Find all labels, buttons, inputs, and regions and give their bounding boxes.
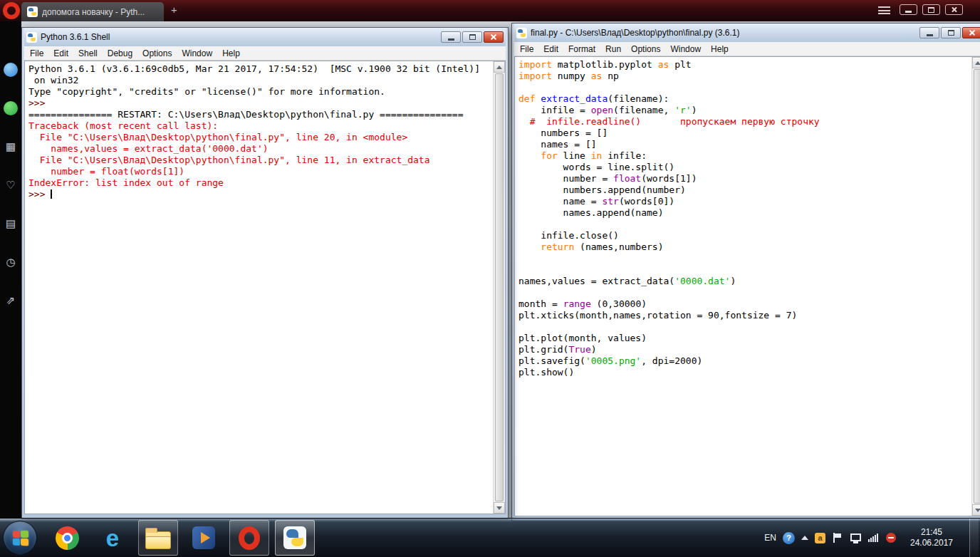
line: # infile.readline() пропускаем первую ст… — [518, 116, 971, 127]
opera-logo-icon[interactable] — [3, 2, 20, 19]
menu-options[interactable]: Options — [137, 47, 177, 60]
help-tray-icon[interactable]: ? — [783, 532, 795, 544]
editor-menubar: File Edit Format Run Options Window Help — [514, 42, 980, 56]
taskbar-explorer-button[interactable] — [138, 520, 178, 556]
editor-titlebar[interactable]: final.py - C:\Users\Влад\Desktop\python\… — [514, 24, 980, 42]
line: >>> — [28, 98, 493, 109]
scroll-up-button[interactable] — [494, 61, 505, 73]
line: File "C:\Users\Влад\Desktop\python\final… — [28, 132, 493, 143]
editor-minimize-button[interactable] — [919, 27, 939, 38]
idle-app-icon — [26, 32, 37, 43]
line: infile.close() — [518, 230, 971, 241]
arrow-down-icon — [496, 506, 502, 510]
action-center-flag-icon[interactable] — [832, 532, 843, 543]
line: names.append(name) — [518, 207, 971, 219]
scroll-down-button[interactable] — [494, 502, 505, 514]
taskbar-media-player-button[interactable] — [184, 520, 224, 556]
language-indicator[interactable]: EN — [764, 533, 776, 543]
editor-maximize-button[interactable] — [941, 27, 961, 38]
editor-close-button[interactable] — [962, 27, 980, 38]
line — [518, 264, 971, 276]
shell-scrollbar[interactable] — [493, 61, 505, 514]
line — [518, 321, 971, 333]
python-favicon — [27, 6, 38, 17]
line: plt.plot(month, values) — [518, 333, 971, 344]
menu-options[interactable]: Options — [626, 43, 665, 56]
menu-shell[interactable]: Shell — [73, 47, 103, 60]
taskbar-opera-button[interactable] — [229, 520, 269, 556]
line — [518, 82, 971, 93]
scroll-up-button[interactable] — [972, 57, 980, 68]
menu-window[interactable]: Window — [665, 43, 706, 56]
menu-help[interactable]: Help — [706, 43, 734, 56]
scroll-thumb[interactable] — [974, 69, 980, 504]
hidden-icons-button[interactable] — [801, 536, 808, 540]
browser-minimize-button[interactable] — [900, 4, 917, 15]
line: number = float(words[1]) — [28, 166, 493, 177]
menu-run[interactable]: Run — [600, 43, 626, 56]
line: plt.savefig('0005.png', dpi=2000) — [518, 355, 971, 367]
arrow-down-icon — [975, 509, 980, 512]
taskbar-chrome-button[interactable] — [47, 520, 87, 556]
taskbar-clock[interactable]: 21:45 24.06.2017 — [903, 527, 960, 548]
bookmarks-heart-icon[interactable]: ♡ — [4, 178, 18, 192]
chrome-icon — [56, 526, 79, 550]
clock-date: 24.06.2017 — [903, 538, 960, 548]
menu-help[interactable]: Help — [217, 47, 245, 60]
text-cursor — [51, 189, 52, 199]
network-tray-icon[interactable] — [850, 532, 861, 543]
line: import matplotlib.pyplot as plt — [518, 59, 971, 71]
menu-edit[interactable]: Edit — [538, 43, 563, 56]
line: plt.xticks(month,names,rotation = 90,fon… — [518, 310, 971, 321]
menu-file[interactable]: File — [515, 43, 538, 56]
opera-icon — [239, 526, 260, 550]
speed-dial-icon[interactable]: ▦ — [4, 140, 18, 154]
editor-scrollbar[interactable] — [971, 57, 980, 516]
internet-explorer-icon: e — [106, 526, 119, 550]
taskbar-ie-button[interactable]: e — [93, 520, 132, 556]
history-clock-icon[interactable]: ◷ — [4, 255, 18, 269]
menu-edit[interactable]: Edit — [48, 47, 73, 60]
shell-minimize-button[interactable] — [441, 31, 461, 43]
browser-close-button[interactable] — [945, 4, 963, 15]
volume-muted-icon[interactable] — [885, 532, 897, 543]
shell-text-area[interactable]: Python 3.6.1 (v3.6.1:69c0db5, Mar 21 201… — [25, 61, 493, 514]
news-icon[interactable]: ▤ — [4, 217, 18, 231]
media-player-icon — [192, 526, 215, 549]
line: month = range (0,30000) — [518, 298, 971, 310]
menu-file[interactable]: File — [25, 47, 48, 60]
editor-text-area[interactable]: import matplotlib.pyplot as pltimport nu… — [515, 57, 971, 516]
menu-window[interactable]: Window — [177, 47, 217, 60]
shell-close-button[interactable] — [484, 31, 504, 43]
new-tab-button[interactable]: + — [171, 4, 177, 15]
menu-debug[interactable]: Debug — [103, 47, 137, 60]
share-icon[interactable]: ⇗ — [4, 293, 18, 308]
browser-maximize-button[interactable] — [922, 4, 940, 15]
arrow-up-icon — [496, 66, 502, 69]
menu-format[interactable]: Format — [563, 43, 600, 56]
line: numbers = [] — [518, 127, 971, 139]
shell-maximize-button[interactable] — [462, 31, 482, 43]
sidebar-profile-icon[interactable] — [4, 63, 18, 77]
scroll-thumb[interactable] — [495, 73, 504, 501]
shell-titlebar[interactable]: Python 3.6.1 Shell — [24, 28, 506, 46]
line: Traceback (most recent call last): — [28, 120, 493, 132]
scroll-down-button[interactable] — [972, 504, 980, 516]
layout-switcher-tray-icon[interactable]: a — [815, 533, 825, 543]
signal-bars-icon[interactable] — [867, 532, 879, 543]
start-button[interactable] — [3, 521, 37, 555]
sidebar-messenger-icon[interactable] — [4, 101, 18, 115]
tab-menu-icon[interactable] — [878, 6, 890, 14]
windows-flag-icon — [12, 530, 28, 546]
browser-sidebar: ▦ ♡ ▤ ◷ ⇗ — [0, 21, 21, 518]
line: names,values = extract_data('0000.dat') — [28, 143, 493, 155]
line: numbers.append(number) — [518, 184, 971, 196]
line: number = float(words[1]) — [518, 173, 971, 184]
line: names = [] — [518, 139, 971, 150]
line — [518, 287, 971, 298]
line: words = line.split() — [518, 162, 971, 173]
show-desktop-button[interactable] — [969, 519, 979, 557]
browser-tab[interactable]: допомога новачку - Pyth... — [21, 2, 164, 21]
line: =============== RESTART: C:\Users\Влад\D… — [28, 109, 493, 120]
taskbar-python-button[interactable] — [275, 520, 315, 556]
